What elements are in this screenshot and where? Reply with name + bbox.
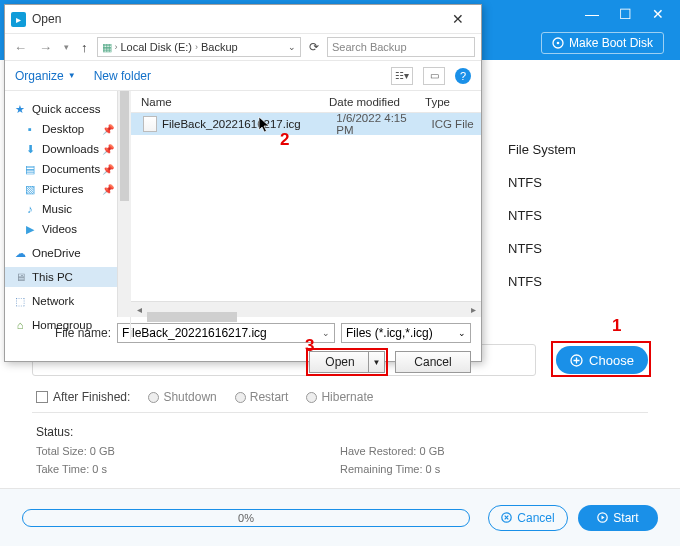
play-circle-icon <box>597 512 608 523</box>
footer-bar: 0% Cancel Start <box>0 488 680 546</box>
refresh-icon[interactable]: ⟳ <box>307 40 321 54</box>
fs-value: NTFS <box>508 208 648 223</box>
pin-icon: 📌 <box>102 164 114 175</box>
file-list-header[interactable]: Name Date modified Type <box>131 91 481 113</box>
fs-value: NTFS <box>508 241 648 256</box>
nav-forward-icon: → <box>36 40 55 55</box>
radio-hibernate[interactable]: Hibernate <box>306 390 373 404</box>
after-finished-row: After Finished: Shutdown Restart Hiberna… <box>36 390 373 404</box>
file-type-filter[interactable]: Files (*.icg,*.icg)⌄ <box>341 323 471 343</box>
annotation-highlight <box>306 348 388 376</box>
file-open-dialog: ▸ Open ✕ ← → ▾ ↑ ▦ › Local Disk (E:) › B… <box>4 4 482 362</box>
after-finished-checkbox[interactable] <box>36 391 48 403</box>
start-button[interactable]: Start <box>578 505 658 531</box>
file-icon <box>143 116 157 132</box>
radio-restart[interactable]: Restart <box>235 390 289 404</box>
nav-documents[interactable]: ▤Documents📌 <box>5 159 130 179</box>
x-circle-icon <box>501 512 512 523</box>
nav-homegroup[interactable]: ⌂Homegroup <box>5 315 130 335</box>
preview-pane-button[interactable]: ▭ <box>423 67 445 85</box>
nav-music[interactable]: ♪Music <box>5 199 130 219</box>
nav-this-pc[interactable]: 🖥This PC <box>5 267 130 287</box>
dialog-cancel-button[interactable]: Cancel <box>395 351 471 373</box>
chevron-down-icon[interactable]: ⌄ <box>288 42 296 52</box>
nav-network[interactable]: ⬚Network <box>5 291 130 311</box>
nav-downloads[interactable]: ⬇Downloads📌 <box>5 139 130 159</box>
annotation-number: 1 <box>612 316 621 336</box>
svg-point-1 <box>557 42 560 45</box>
help-icon[interactable]: ? <box>455 68 471 84</box>
nav-scrollbar[interactable]: ▴ <box>117 91 131 317</box>
fs-value: NTFS <box>508 175 648 190</box>
app-icon: ▸ <box>11 12 26 27</box>
filename-input[interactable]: FileBack_20221616217.icg⌄ <box>117 323 335 343</box>
dialog-close-button[interactable]: ✕ <box>441 11 475 27</box>
nav-back-icon[interactable]: ← <box>11 40 30 55</box>
dialog-titlebar: ▸ Open ✕ <box>5 5 481 33</box>
annotation-highlight <box>551 341 651 377</box>
status-have-restored: Have Restored: 0 GB <box>340 445 644 457</box>
close-icon[interactable]: ✕ <box>652 6 664 22</box>
pin-icon: 📌 <box>102 184 114 195</box>
nav-recent-icon[interactable]: ▾ <box>61 42 72 52</box>
minimize-icon[interactable]: — <box>585 6 599 22</box>
after-finished-label: After Finished: <box>53 390 130 404</box>
nav-pane: ★Quick access ▪Desktop📌 ⬇Downloads📌 ▤Doc… <box>5 91 131 339</box>
breadcrumb[interactable]: ▦ › Local Disk (E:) › Backup ⌄ <box>97 37 302 57</box>
chevron-down-icon[interactable]: ⌄ <box>322 328 330 338</box>
nav-onedrive[interactable]: ☁OneDrive <box>5 243 130 263</box>
drive-icon: ▦ <box>102 41 112 54</box>
pin-icon: 📌 <box>102 144 114 155</box>
status-take-time: Take Time: 0 s <box>36 463 340 475</box>
nav-up-icon[interactable]: ↑ <box>78 40 91 55</box>
nav-pictures[interactable]: ▧Pictures📌 <box>5 179 130 199</box>
disc-icon <box>552 37 564 49</box>
footer-cancel-button[interactable]: Cancel <box>488 505 568 531</box>
organize-button[interactable]: Organize▼ <box>15 69 76 83</box>
status-title: Status: <box>36 425 644 439</box>
status-total-size: Total Size: 0 GB <box>36 445 340 457</box>
fs-value: NTFS <box>508 274 648 289</box>
nav-videos[interactable]: ▶Videos <box>5 219 130 239</box>
file-row[interactable]: FileBack_20221616217.icg 1/6/2022 4:15 P… <box>131 113 481 135</box>
search-input[interactable]: Search Backup <box>327 37 475 57</box>
view-mode-button[interactable]: ☷▾ <box>391 67 413 85</box>
file-h-scrollbar[interactable]: ◂▸ <box>131 301 481 317</box>
dialog-title: Open <box>32 12 61 26</box>
fs-column-header: File System <box>508 142 648 157</box>
nav-quick-access[interactable]: ★Quick access <box>5 99 130 119</box>
progress-bar: 0% <box>22 509 470 527</box>
maximize-icon[interactable]: ☐ <box>619 6 632 22</box>
new-folder-button[interactable]: New folder <box>94 69 151 83</box>
pin-icon: 📌 <box>102 124 114 135</box>
divider <box>32 412 648 413</box>
radio-shutdown[interactable]: Shutdown <box>148 390 216 404</box>
make-boot-disk-button[interactable]: Make Boot Disk <box>541 32 664 54</box>
nav-desktop[interactable]: ▪Desktop📌 <box>5 119 130 139</box>
status-remaining-time: Remaining Time: 0 s <box>340 463 644 475</box>
